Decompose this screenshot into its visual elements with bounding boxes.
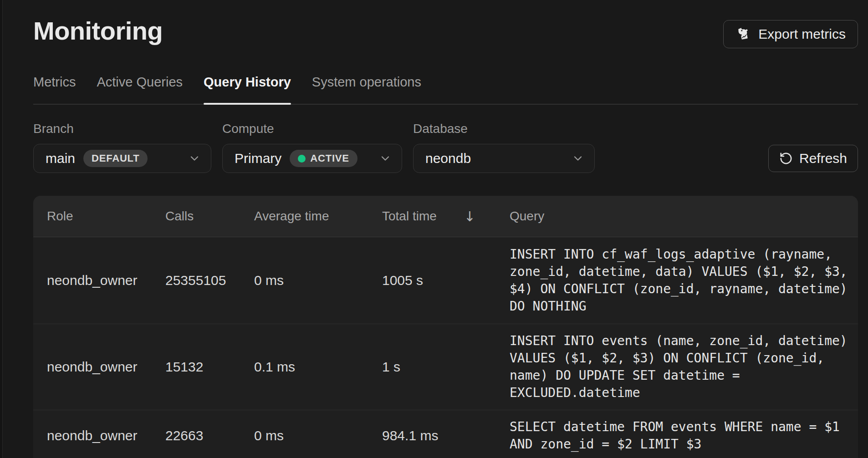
database-value: neondb — [425, 151, 471, 166]
database-filter: Database neondb — [413, 121, 595, 173]
refresh-icon — [779, 152, 793, 165]
table-header-row: Role Calls Average time Total time ↓ Que… — [33, 196, 858, 237]
datadog-icon — [735, 26, 752, 42]
default-badge: DEFAULT — [83, 150, 148, 167]
cell-total-time: 1 s — [382, 359, 510, 375]
tab-system-operations[interactable]: System operations — [312, 74, 421, 104]
chevron-down-icon — [379, 152, 392, 165]
tab-query-history[interactable]: Query History — [204, 74, 291, 104]
export-metrics-button[interactable]: Export metrics — [723, 20, 858, 48]
refresh-label: Refresh — [799, 151, 847, 166]
table-row: neondb_owner 22663 0 ms 984.1 ms SELECT … — [33, 410, 858, 458]
chevron-down-icon — [188, 152, 201, 165]
active-status-badge: ACTIVE — [290, 150, 357, 167]
cell-calls: 22663 — [165, 428, 254, 443]
cell-average-time: 0 ms — [254, 428, 382, 443]
cell-total-time: 984.1 ms — [382, 428, 510, 443]
column-header-query[interactable]: Query — [510, 209, 858, 224]
column-header-average-time[interactable]: Average time — [254, 209, 382, 224]
page-title: Monitoring — [33, 16, 163, 46]
tab-active-queries[interactable]: Active Queries — [97, 74, 183, 104]
tab-bar: Metrics Active Queries Query History Sys… — [33, 74, 858, 105]
compute-filter: Compute Primary ACTIVE — [222, 121, 402, 173]
column-header-role[interactable]: Role — [47, 209, 165, 224]
column-header-total-time[interactable]: Total time ↓ — [382, 209, 510, 224]
cell-average-time: 0 ms — [254, 273, 382, 288]
table-row: neondb_owner 25355105 0 ms 1005 s INSERT… — [33, 237, 858, 324]
branch-label: Branch — [33, 121, 211, 137]
cell-total-time: 1005 s — [382, 273, 510, 288]
branch-value: main — [46, 151, 75, 166]
active-status-dot — [298, 155, 306, 163]
table-row: neondb_owner 15132 0.1 ms 1 s INSERT INT… — [33, 324, 858, 410]
column-header-calls[interactable]: Calls — [165, 209, 254, 224]
monitoring-panel: Monitoring Export metrics Metrics Active… — [2, 0, 868, 458]
compute-select[interactable]: Primary ACTIVE — [222, 144, 402, 173]
cell-calls: 15132 — [165, 359, 254, 375]
branch-select[interactable]: main DEFAULT — [33, 144, 211, 173]
refresh-button[interactable]: Refresh — [768, 145, 858, 172]
tab-metrics[interactable]: Metrics — [33, 74, 76, 104]
page-header: Monitoring Export metrics — [33, 0, 858, 48]
sort-desc-icon[interactable]: ↓ — [464, 209, 475, 224]
database-select[interactable]: neondb — [413, 144, 595, 173]
cell-query: INSERT INTO events (name, zone_id, datet… — [510, 324, 858, 410]
cell-query: SELECT datetime FROM events WHERE name =… — [510, 410, 858, 458]
filter-bar: Branch main DEFAULT Compute Primary ACTI… — [33, 121, 858, 173]
chevron-down-icon — [572, 152, 584, 165]
export-metrics-label: Export metrics — [758, 26, 846, 42]
compute-value: Primary — [235, 151, 281, 166]
cell-role: neondb_owner — [47, 273, 165, 288]
database-label: Database — [413, 121, 595, 137]
branch-filter: Branch main DEFAULT — [33, 121, 211, 173]
cell-calls: 25355105 — [165, 273, 254, 288]
query-history-table: Role Calls Average time Total time ↓ Que… — [33, 196, 858, 458]
compute-label: Compute — [222, 121, 402, 137]
cell-role: neondb_owner — [47, 359, 165, 375]
cell-query: INSERT INTO cf_waf_logs_adaptive (raynam… — [510, 238, 858, 323]
cell-role: neondb_owner — [47, 428, 165, 443]
cell-average-time: 0.1 ms — [254, 359, 382, 375]
